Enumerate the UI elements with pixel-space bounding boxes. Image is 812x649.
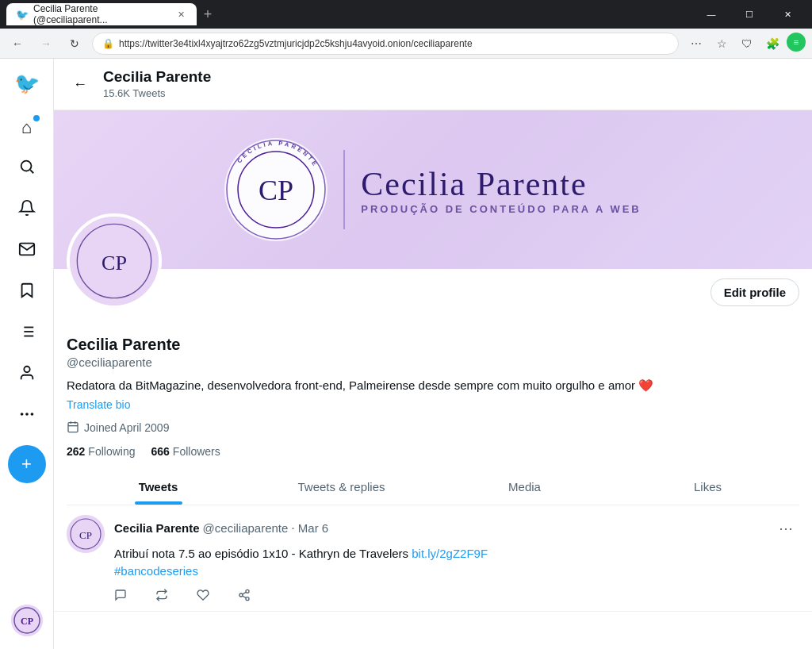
twitter-logo[interactable]: 🐦 <box>8 65 46 102</box>
svg-point-10 <box>25 413 29 416</box>
tab-media[interactable]: Media <box>433 469 616 505</box>
main-content: ← Cecilia Parente 15.6K Tweets <box>54 59 812 649</box>
tab-title: Cecilia Parente (@ceciliaparent... <box>33 3 170 25</box>
banner-divider <box>343 150 345 229</box>
notification-dot <box>33 115 40 121</box>
profile-header-info: Cecilia Parente 15.6K Tweets <box>103 68 211 100</box>
svg-point-0 <box>21 161 31 171</box>
home-icon: ⌂ <box>21 117 32 138</box>
retweet-button[interactable] <box>155 589 168 601</box>
table-row[interactable]: CP Cecilia Parente @ceciliaparente · Mar… <box>54 505 812 612</box>
back-button[interactable]: ← <box>67 71 94 98</box>
svg-text:CP: CP <box>21 616 33 627</box>
tab-tweets-replies[interactable]: Tweets & replies <box>250 469 433 505</box>
tab-bar: 🐦 Cecilia Parente (@ceciliaparent... ✕ + <box>6 3 690 25</box>
svg-point-11 <box>30 413 33 416</box>
sidebar-item-profile[interactable] <box>8 356 46 394</box>
svg-point-29 <box>246 589 249 593</box>
profile-joined: Joined April 2009 <box>67 421 799 436</box>
person-icon <box>18 364 36 386</box>
profile-avatar[interactable]: CP <box>67 213 162 309</box>
profile-handle: @ceciliaparente <box>67 355 799 369</box>
svg-rect-22 <box>68 422 78 432</box>
tweet-hashtag[interactable]: #bancodeseries <box>114 564 198 578</box>
security-icon: 🔒 <box>102 38 114 49</box>
svg-point-8 <box>24 367 29 372</box>
banner-area: CP CECILIA PARENTE <box>54 110 812 269</box>
followers-stat[interactable]: 666 Followers <box>151 445 220 458</box>
url-bar[interactable]: 🔒 https://twitter3e4tixl4xyajtrzo62zg5vz… <box>92 33 679 55</box>
more-options-button[interactable]: ⋯ <box>685 33 707 55</box>
svg-point-9 <box>20 413 23 416</box>
tweet-actions <box>114 589 799 601</box>
address-actions: ⋯ ☆ 🛡 🧩 ≡ <box>685 33 806 55</box>
tweet-list: CP Cecilia Parente @ceciliaparente · Mar… <box>54 505 812 612</box>
profile-name: Cecilia Parente <box>67 336 799 354</box>
sidebar-item-more[interactable] <box>8 397 46 436</box>
svg-point-31 <box>246 597 249 600</box>
minimize-button[interactable]: — <box>693 0 730 29</box>
refresh-button[interactable]: ↻ <box>63 33 86 55</box>
banner-image: CP CECILIA PARENTE <box>54 110 812 269</box>
tab-likes[interactable]: Likes <box>616 469 799 505</box>
search-icon <box>18 158 36 180</box>
extensions-button[interactable]: 🧩 <box>761 33 783 55</box>
sidebar-item-messages[interactable] <box>8 232 46 271</box>
bookmark-button[interactable]: ☆ <box>710 33 733 55</box>
banner-content: CP CECILIA PARENTE <box>54 110 812 269</box>
following-label: Following <box>88 445 135 458</box>
translate-bio-link[interactable]: Translate bio <box>67 398 799 411</box>
sidebar-item-notifications[interactable] <box>8 191 46 229</box>
sidebar: 🐦 ⌂ <box>0 59 54 649</box>
joined-text: Joined April 2009 <box>84 421 169 434</box>
follow-stats: 262 Following 666 Followers <box>67 445 799 458</box>
shield-button[interactable]: 🛡 <box>736 33 758 55</box>
tweet-link[interactable]: bit.ly/2gZ2F9F <box>412 547 488 560</box>
profile-tabs: Tweets Tweets & replies Media Likes <box>67 469 799 505</box>
tweet-body: Cecilia Parente @ceciliaparente · Mar 6 … <box>114 515 799 601</box>
more-icon <box>18 405 36 428</box>
reply-button[interactable] <box>114 589 127 601</box>
svg-text:CP: CP <box>102 252 127 275</box>
profile-info-section: CP Edit profile Cecilia Parente @cecilia… <box>54 269 812 505</box>
following-stat[interactable]: 262 Following <box>67 445 136 458</box>
tweet-more-button[interactable]: ⋯ <box>772 515 799 542</box>
sidebar-user-avatar[interactable]: CP <box>11 605 43 636</box>
profile-header-bar: ← Cecilia Parente 15.6K Tweets <box>54 59 812 110</box>
sidebar-item-bookmarks[interactable] <box>8 274 46 312</box>
sidebar-item-explore[interactable] <box>8 150 46 188</box>
compose-button[interactable]: + <box>8 445 46 483</box>
bell-icon <box>18 199 36 221</box>
browser-titlebar: 🐦 Cecilia Parente (@ceciliaparent... ✕ +… <box>0 0 812 29</box>
maximize-button[interactable]: ☐ <box>731 0 768 29</box>
calendar-icon <box>67 421 79 436</box>
back-nav-button[interactable]: ← <box>6 33 29 55</box>
app-body: 🐦 ⌂ <box>0 59 812 649</box>
tweet-body-text: Atribuí nota 7.5 ao episódio 1x10 - Kath… <box>114 547 408 560</box>
followers-label: Followers <box>173 445 220 458</box>
like-button[interactable] <box>197 589 209 601</box>
tweet-text: Atribuí nota 7.5 ao episódio 1x10 - Kath… <box>114 545 799 581</box>
share-button[interactable] <box>238 589 251 601</box>
tweet-author-handle: @ceciliaparente <box>203 521 289 535</box>
profile-tweet-count: 15.6K Tweets <box>103 87 166 99</box>
bio-text: Redatora da BitMagazine, desenvolvedora … <box>67 378 653 392</box>
close-button[interactable]: ✕ <box>769 0 806 29</box>
tab-tweets[interactable]: Tweets <box>67 469 250 505</box>
active-tab[interactable]: 🐦 Cecilia Parente (@ceciliaparent... ✕ <box>6 3 197 25</box>
tweet-separator: · <box>291 521 294 536</box>
svg-line-33 <box>243 592 247 594</box>
forward-nav-button[interactable]: → <box>35 33 57 55</box>
sidebar-item-lists[interactable] <box>8 315 46 353</box>
following-count: 262 <box>67 445 85 458</box>
tab-close-button[interactable]: ✕ <box>175 8 187 21</box>
bookmark-icon <box>18 282 36 304</box>
banner-logo-ring: CP CECILIA PARENTE <box>224 138 327 241</box>
sidebar-item-home[interactable]: ⌂ <box>8 109 46 147</box>
menu-button[interactable]: ≡ <box>787 33 806 52</box>
svg-point-30 <box>239 593 243 597</box>
new-tab-button[interactable]: + <box>197 3 219 25</box>
window-controls: — ☐ ✕ <box>693 0 806 29</box>
edit-profile-button[interactable]: Edit profile <box>710 278 799 306</box>
banner-text: Cecilia Parente PRODUÇÃO DE CONTEÚDO PAR… <box>361 165 641 215</box>
